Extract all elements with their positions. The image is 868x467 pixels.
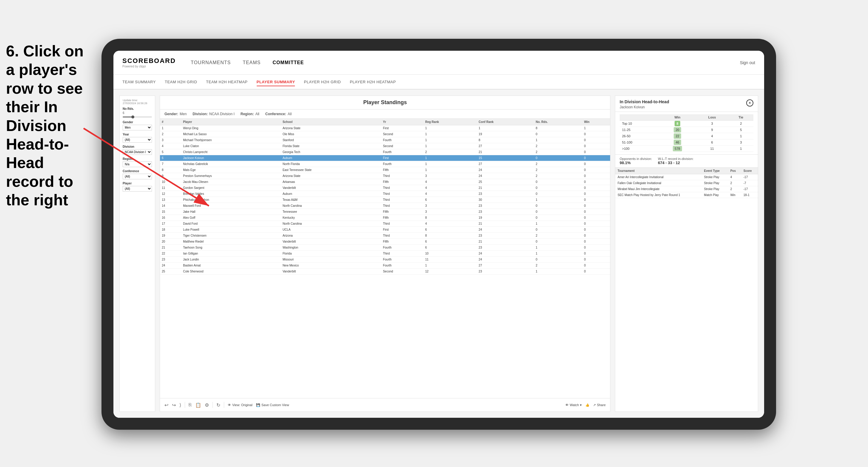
sign-out-button[interactable]: Sign out [740,60,755,65]
sub-nav-player-summary[interactable]: PLAYER SUMMARY [257,78,295,86]
h2h-close-button[interactable]: × [746,99,753,106]
cell-player: Jack Lundin [181,257,281,262]
table-row[interactable]: 23 Jack Lundin Missouri Fourth 11 24 0 0 [160,257,610,262]
h2h-opponents-stat: Opponents in division: 98.1% [620,157,652,165]
cell-player: Phichakun Maichon [181,197,281,203]
cell-conf: 19 [477,131,534,137]
cell-win: 0 [582,191,610,197]
view-original-button[interactable]: 👁 View: Original [228,403,252,407]
table-row[interactable]: 7 Nicholas Gabrelcik North Florida Fourt… [160,161,610,167]
undo-button[interactable]: ↩ [164,402,168,408]
save-custom-button[interactable]: 💾 Save Custom View [256,403,289,407]
table-row[interactable]: 18 Luke Powell UCLA First 6 24 0 0 [160,227,610,233]
year-label: Year [123,133,152,136]
cell-win: 0 [582,149,610,155]
nav-item-committee[interactable]: COMMITTEE [273,59,304,67]
table-row[interactable]: 10 Jacob Mau-Olesen Arkansas Fifth 4 25 … [160,179,610,185]
table-row[interactable]: 14 Maxwell Ford North Carolina Third 3 2… [160,203,610,209]
division-select[interactable]: NCAA Division I [123,149,152,155]
cell-win: 0 [582,197,610,203]
cell-num: 23 [160,257,181,262]
t-pos: Win [728,192,741,198]
table-row[interactable]: 20 Matthew Riedel Vanderbilt Fifth 6 21 … [160,239,610,245]
table-row[interactable]: 3 Michael Thorbjornsen Stanford Fourth 1… [160,137,610,143]
cell-reg: 1 [423,155,477,161]
no-rds-slider-track[interactable] [123,116,152,118]
cell-player: Matthew Riedel [181,239,281,245]
sub-nav-team-summary[interactable]: TEAM SUMMARY [122,78,156,86]
cell-num: 19 [160,233,181,239]
sub-nav-team-h2h-heatmap[interactable]: TEAM H2H HEATMAP [206,78,247,86]
cell-rds: 0 [534,215,582,221]
cell-school: Arizona State [281,125,381,131]
h2h-rank-row: Top 10 8 3 2 [620,121,753,127]
slider-thumb[interactable] [131,116,134,119]
table-row[interactable]: 11 Gordon Sargent Vanderbilt Third 4 21 … [160,185,610,191]
logo-subtitle: Powered by clippi [122,65,176,68]
refresh-button[interactable]: ↻ [216,402,220,408]
cell-player: Preston Summerhays [181,173,281,179]
cell-rds: 0 [534,257,582,262]
table-row[interactable]: 6 Jackson Koivun Auburn First 1 15 0 0 [160,155,610,161]
table-row[interactable]: 17 David Ford North Carolina Third 4 21 … [160,221,610,227]
sub-nav-team-h2h-grid[interactable]: TEAM H2H GRID [165,78,197,86]
table-row[interactable]: 4 Luke Claton Florida State Second 1 27 … [160,143,610,149]
nav-item-teams[interactable]: TEAMS [243,59,260,67]
conference-select[interactable]: (All) [123,174,152,179]
h2h-win: 8 [659,121,695,127]
table-row[interactable]: 24 Bastien Amat New Mexico Fourth 1 27 2… [160,262,610,269]
no-rds-filter: No Rds. 6 [123,107,152,118]
no-rds-label: No Rds. [123,107,152,111]
cell-num: 11 [160,185,181,191]
cell-school: Vanderbilt [281,269,381,275]
cell-school: Florida State [281,143,381,149]
table-row[interactable]: 16 Alex Goff Kentucky Fifth 8 19 0 0 [160,215,610,221]
cell-win: 0 [582,143,610,149]
table-row[interactable]: 19 Tiger Christensen Arizona Third 8 23 … [160,233,610,239]
logo-area: SCOREBOARD Powered by clippi [122,57,176,68]
cell-yr: Third [381,233,424,239]
cell-school: New Mexico [281,262,381,269]
cell-yr: Third [381,173,424,179]
table-row[interactable]: 22 Ian Gilligan Florida Third 10 24 1 0 [160,251,610,257]
sub-nav-player-h2h-grid[interactable]: PLAYER H2H GRID [304,78,341,86]
watch-button[interactable]: 👁 Watch ▾ [565,403,582,407]
cell-num: 3 [160,137,181,143]
region-select[interactable]: N/a [123,161,152,167]
cell-yr: Fourth [381,257,424,262]
nav-item-tournaments[interactable]: TOURNAMENTS [191,59,231,67]
table-row[interactable]: 25 Cole Sherwood Vanderbilt Second 12 23… [160,269,610,275]
standings-title: Player Standings [163,99,607,106]
table-row[interactable]: 5 Christo Lamprecht Georgia Tech Fourth … [160,149,610,155]
h2h-tie: 3 [728,139,753,146]
gender-select[interactable]: Men [123,125,152,130]
h2h-col-win: Win [659,114,695,121]
forward-button[interactable]: ⟩ [179,402,181,408]
cell-num: 21 [160,245,181,251]
table-row[interactable]: 2 Michael La Sasso Ole Miss Second 1 19 … [160,131,610,137]
table-row[interactable]: 21 Taehoon Song Washington Fourth 6 23 1… [160,245,610,251]
cell-reg: 11 [423,257,477,262]
table-row[interactable]: 1 Wenyi Ding Arizona State First 1 1 8 1 [160,125,610,131]
share-button[interactable]: ↗ Share [593,403,606,407]
settings-button[interactable]: ⚙ [205,402,209,408]
copy-button[interactable]: ⎘ [189,402,192,408]
table-row[interactable]: 13 Phichakun Maichon Texas A&M Third 6 3… [160,197,610,203]
cell-reg: 3 [423,203,477,209]
paste-button[interactable]: 📋 [195,402,201,408]
col-conf-rank: Conf Rank [477,119,534,125]
main-content: Update time: 27/03/2024 16:56:26 No Rds.… [114,90,764,418]
cell-yr: Third [381,221,424,227]
player-select[interactable]: (All) [123,186,152,192]
table-row[interactable]: 12 Brendan Valdes Auburn Third 4 23 0 0 [160,191,610,197]
table-row[interactable]: 8 Mats Ege East Tennessee State Fifth 1 … [160,167,610,173]
table-row[interactable]: 15 Jake Hall Tennessee Fifth 3 23 0 0 [160,209,610,215]
cell-reg: 10 [423,251,477,257]
table-row[interactable]: 9 Preston Summerhays Arizona State Third… [160,173,610,179]
top-nav: SCOREBOARD Powered by clippi TOURNAMENTS… [114,51,764,74]
year-select[interactable]: (All) [123,137,152,143]
sub-nav-player-h2h-heatmap[interactable]: PLAYER H2H HEATMAP [350,78,396,86]
thumb-up-button[interactable]: 👍 [585,403,590,407]
redo-button[interactable]: ↪ [172,402,176,408]
cell-player: Jackson Koivun [181,155,281,161]
